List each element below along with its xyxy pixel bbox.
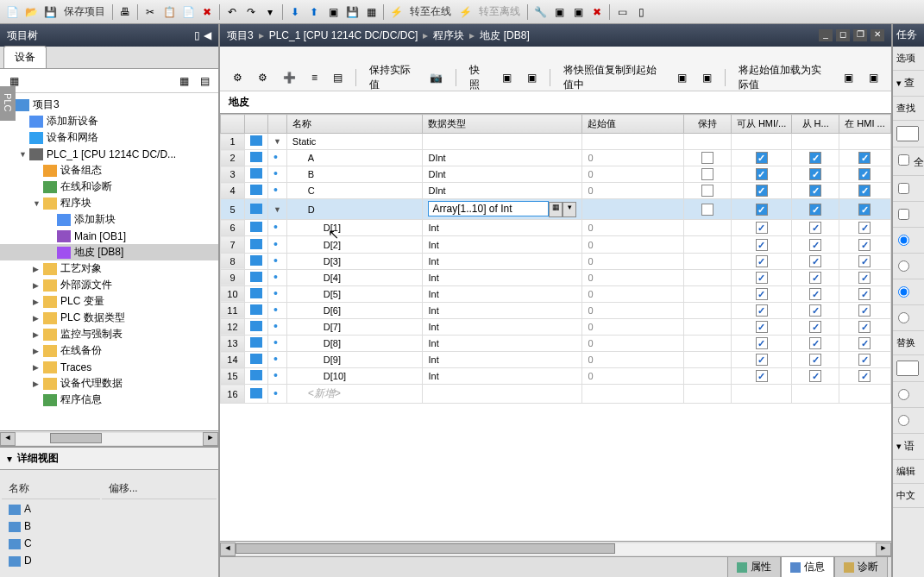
opt-r2[interactable]	[898, 260, 909, 272]
checkbox[interactable]	[756, 370, 768, 382]
tree-grid-icon[interactable]: ▦	[175, 72, 192, 90]
table-row[interactable]: 7 • D[2] Int 0	[221, 236, 891, 253]
compile-icon[interactable]: ▣	[324, 3, 342, 21]
table-row[interactable]: 16 • <新增>	[221, 385, 891, 404]
replace-input[interactable]	[893, 355, 924, 382]
table-row[interactable]: 10 • D[5] Int 0	[221, 285, 891, 302]
ed-add-icon[interactable]: ➕	[277, 68, 302, 87]
checkbox[interactable]	[809, 354, 821, 366]
checkbox[interactable]	[858, 288, 871, 300]
redo-icon[interactable]: ↷	[242, 3, 260, 21]
go-online-button[interactable]: 转至在线	[406, 4, 455, 19]
dropdown-icon[interactable]: ▾	[261, 3, 279, 21]
breadcrumb-item[interactable]: 程序块	[433, 28, 464, 43]
checkbox[interactable]	[809, 168, 821, 180]
checkbox[interactable]	[858, 321, 871, 333]
checkbox[interactable]	[809, 204, 821, 216]
tree-item[interactable]: ▼程序块	[0, 195, 218, 211]
checkbox[interactable]	[756, 288, 768, 300]
col-hmi-acc[interactable]: 可从 HMI/...	[731, 115, 791, 134]
checkbox[interactable]	[809, 272, 821, 284]
open-icon[interactable]: 📂	[22, 3, 40, 21]
checkbox[interactable]	[756, 255, 768, 267]
opt2-checkbox[interactable]	[898, 183, 909, 194]
cs1-icon[interactable]: ▣	[671, 68, 693, 87]
tree-item[interactable]: ▶外部源文件	[0, 277, 218, 293]
type-input[interactable]	[428, 201, 549, 216]
ed-filter-icon[interactable]: ▤	[327, 68, 349, 87]
paste-icon[interactable]: 📄	[179, 3, 197, 21]
table-row[interactable]: 3 • B DInt 0	[221, 166, 891, 183]
col-hmi-w[interactable]: 从 H...	[792, 115, 839, 134]
copy-icon[interactable]: 📋	[160, 3, 178, 21]
checkbox[interactable]	[701, 204, 713, 216]
ed-list-icon[interactable]: ≡	[305, 68, 324, 87]
checkbox[interactable]	[756, 354, 768, 366]
checkbox[interactable]	[858, 168, 871, 180]
type-dropdown-icon[interactable]: ▾	[563, 202, 576, 217]
checkbox[interactable]	[858, 370, 871, 382]
checkbox[interactable]	[858, 204, 871, 216]
tree-item[interactable]: ▶PLC 数据类型	[0, 310, 218, 326]
copy-snap-button[interactable]: 将快照值复制到起始值中	[557, 68, 668, 87]
table-row[interactable]: 9 • D[4] Int 0	[221, 269, 891, 285]
print-icon[interactable]: 🖶	[116, 3, 134, 21]
diagnostics-tab[interactable]: 诊断	[834, 556, 888, 577]
tree-item[interactable]: ▶工艺对象	[0, 260, 218, 277]
ls2-icon[interactable]: ▣	[863, 68, 884, 87]
detail-row[interactable]: D	[2, 553, 217, 568]
checkbox[interactable]	[858, 255, 871, 267]
side-tab-plc[interactable]: PLC 编程	[0, 86, 16, 121]
save-icon[interactable]: 💾	[41, 3, 59, 21]
upload-icon[interactable]: ⬆	[305, 3, 323, 21]
scroll-right-icon[interactable]: ►	[203, 432, 218, 446]
ed-icon[interactable]: ⚙	[227, 68, 248, 87]
cs2-icon[interactable]: ▣	[696, 68, 718, 87]
checkbox[interactable]	[756, 321, 768, 333]
collapse-left-icon[interactable]: ◀	[204, 29, 211, 41]
table-row[interactable]: 8 • D[3] Int 0	[221, 253, 891, 269]
data-block-table[interactable]: 名称 数据类型 起始值 保持 可从 HMI/... 从 H... 在 HMI .…	[220, 113, 891, 541]
detail-row[interactable]: B	[2, 518, 217, 534]
split-h-icon[interactable]: ▭	[613, 3, 631, 21]
detail-row[interactable]: A	[2, 501, 217, 517]
checkbox[interactable]	[809, 288, 821, 300]
options-label[interactable]: 选项	[893, 47, 924, 71]
ed-scroll-left-icon[interactable]: ◄	[220, 543, 236, 556]
tree-item[interactable]: ▶在线备份	[0, 342, 218, 359]
checkbox[interactable]	[756, 222, 768, 234]
load-start-button[interactable]: 将起始值加载为实际值	[732, 68, 834, 87]
tree-scrollbar[interactable]: ◄ ►	[0, 430, 218, 446]
opt-r1[interactable]	[898, 235, 909, 246]
checkbox[interactable]	[756, 152, 768, 164]
col-name[interactable]: 名称	[286, 115, 423, 134]
snap-icon[interactable]: 📷	[424, 68, 449, 87]
detail-row[interactable]: C	[2, 536, 217, 551]
tree-item[interactable]: 添加新块	[0, 211, 218, 228]
tree-item[interactable]: ▼PLC_1 [CPU 1214C DC/D...	[0, 146, 218, 162]
table-row[interactable]: 14 • D[9] Int 0	[221, 352, 891, 368]
checkbox[interactable]	[858, 239, 871, 251]
tree-item[interactable]: Main [OB1]	[0, 228, 218, 244]
opt3-checkbox[interactable]	[898, 209, 909, 220]
restore-icon[interactable]: ❐	[853, 29, 867, 41]
sim-icon[interactable]: ▦	[362, 3, 380, 21]
tree-item[interactable]: 地皮 [DB8]	[0, 244, 218, 260]
close-x-icon[interactable]: ✖	[588, 3, 606, 21]
tree-item[interactable]: ▶监控与强制表	[0, 326, 218, 342]
undo-icon[interactable]: ↶	[223, 3, 241, 21]
lang-value[interactable]: 中文	[893, 484, 924, 508]
checkbox[interactable]	[701, 185, 713, 197]
go-online-icon[interactable]: ⚡	[387, 3, 405, 21]
checkbox[interactable]	[756, 304, 768, 317]
checkbox[interactable]	[858, 272, 871, 284]
checkbox[interactable]	[858, 185, 871, 197]
properties-tab[interactable]: 属性	[727, 556, 781, 577]
keep-actual-button[interactable]: 保持实际值	[363, 68, 420, 87]
checkbox[interactable]	[756, 239, 768, 251]
opt1-checkbox[interactable]	[898, 154, 909, 166]
ls1-icon[interactable]: ▣	[838, 68, 859, 87]
breadcrumb-item[interactable]: 项目3	[227, 28, 254, 43]
tool2-icon[interactable]: ▣	[550, 3, 568, 21]
checkbox[interactable]	[809, 185, 821, 197]
